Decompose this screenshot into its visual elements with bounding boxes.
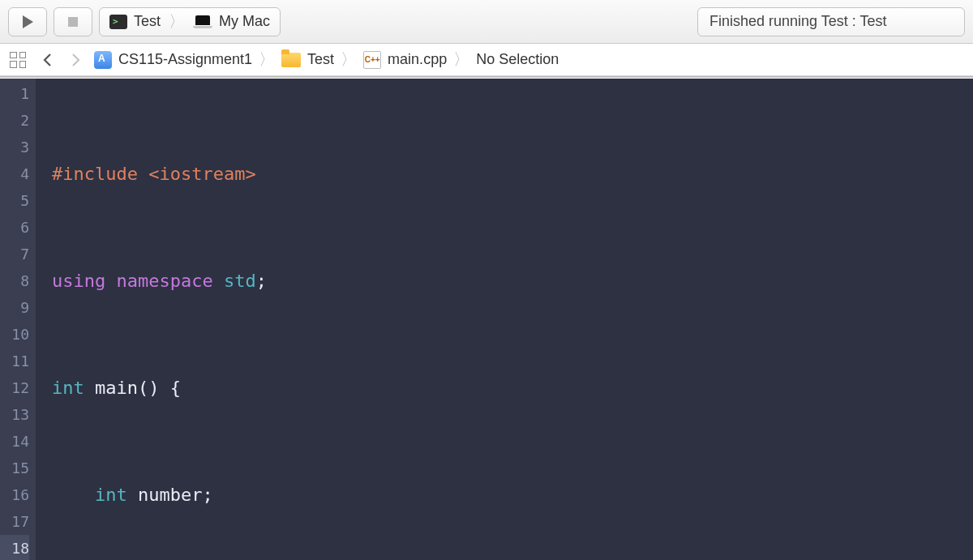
back-button[interactable]: [36, 49, 58, 71]
chevron-right-icon: 〉: [169, 11, 185, 32]
chevron-right-icon: 〉: [259, 49, 275, 71]
code-area[interactable]: #include <iostream> using namespace std;…: [36, 79, 973, 560]
token-ident: number: [138, 485, 202, 505]
jump-bar: CS115-Assignment1 〉 Test 〉 C++ main.cpp …: [0, 44, 973, 76]
scheme-selector[interactable]: Test 〉 My Mac: [99, 7, 281, 36]
stop-icon: [67, 16, 79, 28]
svg-rect-1: [68, 17, 78, 27]
related-items-button[interactable]: [6, 49, 29, 71]
toolbar: Test 〉 My Mac Finished running Test : Te…: [0, 0, 973, 44]
stop-button[interactable]: [54, 7, 92, 36]
folder-icon: [281, 53, 301, 67]
scheme-device-label: My Mac: [219, 13, 270, 30]
breadcrumb-folder[interactable]: Test: [307, 51, 334, 68]
token-ident: main: [95, 378, 138, 398]
terminal-icon: [109, 15, 127, 29]
editor: 123456789101112131415161718 #include <io…: [0, 79, 973, 560]
breadcrumb-selection[interactable]: No Selection: [476, 51, 559, 68]
chevron-right-icon: 〉: [341, 49, 357, 71]
play-icon: [21, 15, 34, 29]
token-keyword: using: [52, 271, 105, 291]
breadcrumb-file[interactable]: main.cpp: [388, 51, 447, 68]
chevron-right-icon: [71, 53, 81, 67]
token-type: int: [95, 485, 127, 505]
breadcrumb-project[interactable]: CS115-Assignment1: [118, 51, 252, 68]
chevron-left-icon: [42, 53, 52, 67]
project-icon: [94, 51, 112, 69]
status-bar[interactable]: Finished running Test : Test: [697, 7, 965, 36]
grid-icon: [10, 52, 26, 68]
line-gutter[interactable]: 123456789101112131415161718: [0, 79, 36, 560]
run-button[interactable]: [8, 7, 47, 36]
chevron-right-icon: 〉: [453, 49, 469, 71]
token-header: <iostream>: [148, 164, 255, 184]
token-keyword: namespace: [116, 271, 212, 291]
status-text: Finished running Test : Test: [709, 13, 886, 30]
token-preproc: #include: [52, 164, 138, 184]
forward-button[interactable]: [65, 49, 88, 71]
token-ident: std: [224, 271, 256, 291]
cpp-file-icon: C++: [363, 51, 381, 69]
token-type: int: [52, 378, 84, 398]
scheme-target-label: Test: [134, 13, 161, 30]
laptop-icon: [193, 15, 212, 28]
svg-marker-0: [23, 15, 33, 28]
